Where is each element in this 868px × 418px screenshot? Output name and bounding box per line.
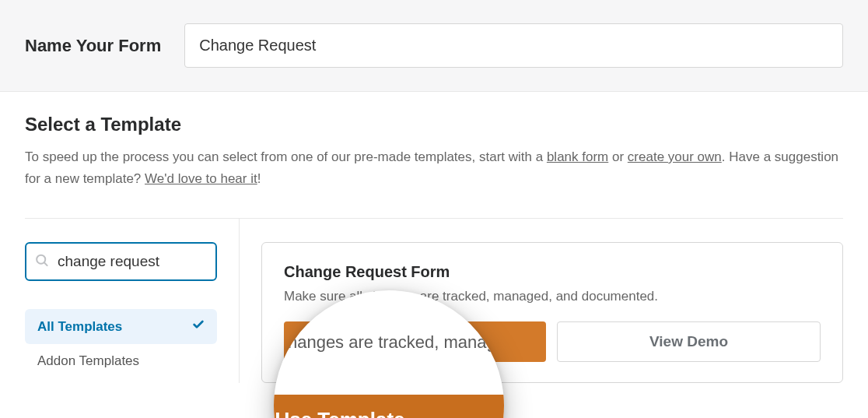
template-columns: All Templates Addon Templates Change Req… <box>25 219 843 383</box>
name-form-header: Name Your Form <box>0 0 868 92</box>
select-template-description: To speed up the process you can select f… <box>25 146 843 190</box>
use-template-button[interactable]: Use Template <box>284 321 546 362</box>
category-label: Addon Templates <box>37 353 139 369</box>
feedback-link[interactable]: We'd love to hear it <box>145 171 257 186</box>
form-name-input[interactable] <box>184 23 843 68</box>
category-addon-templates[interactable]: Addon Templates <box>25 344 217 378</box>
template-search-input[interactable] <box>25 242 217 281</box>
template-card-title: Change Request Form <box>284 263 821 281</box>
template-main: Change Request Form Make sure all change… <box>240 219 843 383</box>
category-list: All Templates Addon Templates <box>25 309 217 378</box>
check-icon <box>192 318 205 335</box>
main-content: Select a Template To speed up the proces… <box>0 92 868 383</box>
template-card-description: Make sure all changes are tracked, manag… <box>284 289 821 304</box>
magnify-use-template-button: Use Template <box>274 395 504 418</box>
desc-exclaim: ! <box>257 171 261 186</box>
template-buttons: Use Template View Demo <box>284 321 821 362</box>
view-demo-button[interactable]: View Demo <box>557 321 821 362</box>
desc-text-prefix: To speed up the process you can select f… <box>25 149 547 164</box>
template-card: Change Request Form Make sure all change… <box>261 242 843 383</box>
name-form-label: Name Your Form <box>25 36 161 56</box>
template-sidebar: All Templates Addon Templates <box>25 219 240 383</box>
category-label: All Templates <box>37 319 122 335</box>
create-your-own-link[interactable]: create your own <box>628 149 722 164</box>
select-template-title: Select a Template <box>25 114 843 135</box>
desc-text-middle: or <box>608 149 628 164</box>
blank-form-link[interactable]: blank form <box>547 149 608 164</box>
search-wrapper <box>25 242 217 281</box>
category-all-templates[interactable]: All Templates <box>25 309 217 344</box>
